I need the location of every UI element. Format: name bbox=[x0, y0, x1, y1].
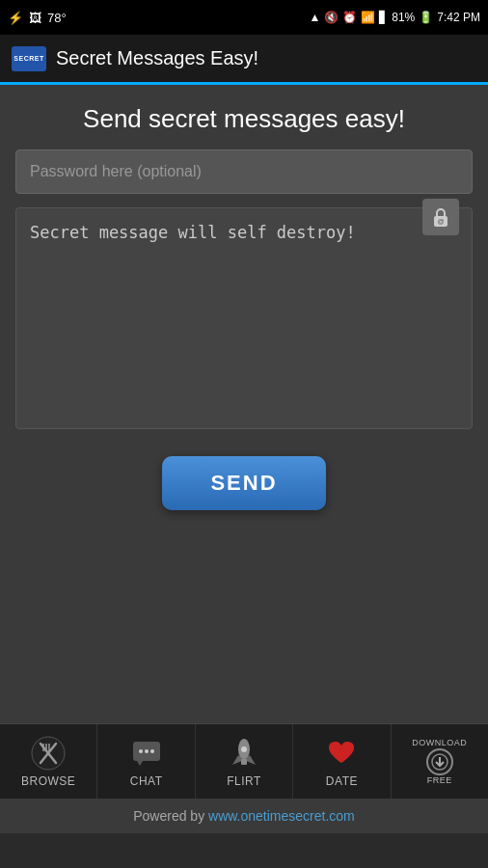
nav-download[interactable]: DOWNLOAD FREE bbox=[392, 724, 488, 799]
browse-label: BROWSE bbox=[21, 774, 75, 788]
bluetooth-icon: ▲ bbox=[309, 11, 320, 24]
nav-chat[interactable]: CHAT bbox=[97, 724, 195, 799]
headline-row: Send secret messages easy! @ bbox=[15, 104, 473, 134]
browse-icon bbox=[31, 736, 66, 771]
download-circle-icon bbox=[426, 748, 453, 775]
mute-icon: 🔇 bbox=[324, 11, 339, 24]
main-content: Send secret messages easy! @ Secret mess… bbox=[0, 85, 488, 723]
lock-icon[interactable]: @ bbox=[422, 199, 459, 235]
svg-point-9 bbox=[139, 749, 143, 753]
status-right: ▲ 🔇 ⏰ 📶 ▋ 81% 🔋 7:42 PM bbox=[309, 11, 480, 24]
usb-icon: ⚡ bbox=[8, 11, 23, 25]
download-top-label: DOWNLOAD bbox=[412, 738, 467, 748]
nav-browse[interactable]: BROWSE bbox=[0, 724, 97, 799]
status-bar: ⚡ 🖼 78° ▲ 🔇 ⏰ 📶 ▋ 81% 🔋 7:42 PM bbox=[0, 0, 488, 35]
svg-point-10 bbox=[145, 749, 149, 753]
powered-by-text: Powered by bbox=[133, 808, 208, 824]
send-button-container: SEND bbox=[15, 456, 473, 510]
download-free-label: FREE bbox=[427, 775, 452, 785]
svg-text:@: @ bbox=[437, 218, 444, 225]
battery-icon: 🔋 bbox=[419, 11, 433, 24]
download-badge: DOWNLOAD FREE bbox=[412, 738, 467, 785]
flirt-icon bbox=[227, 736, 261, 771]
time: 7:42 PM bbox=[437, 11, 480, 24]
download-arrow-icon bbox=[431, 753, 448, 771]
date-label: DATE bbox=[326, 774, 358, 788]
lock-svg: @ bbox=[430, 206, 451, 228]
image-icon: 🖼 bbox=[29, 11, 41, 25]
title-bar: SECRET Secret Messages Easy! bbox=[0, 35, 488, 85]
headline: Send secret messages easy! bbox=[15, 104, 473, 134]
signal-icon: ▋ bbox=[379, 11, 388, 24]
flirt-label: FLIRT bbox=[227, 774, 261, 788]
message-textarea[interactable]: Secret message will self destroy! bbox=[15, 207, 473, 429]
send-button[interactable]: SEND bbox=[162, 456, 326, 510]
nav-date[interactable]: DATE bbox=[293, 724, 391, 799]
svg-rect-17 bbox=[241, 759, 247, 765]
alarm-icon: ⏰ bbox=[342, 11, 357, 24]
status-left: ⚡ 🖼 78° bbox=[8, 11, 67, 25]
chat-label: CHAT bbox=[130, 774, 163, 788]
battery-level: 81% bbox=[392, 11, 415, 24]
logo-text: SECRET bbox=[14, 55, 43, 62]
wifi-icon: 📶 bbox=[361, 11, 375, 24]
svg-marker-12 bbox=[137, 761, 143, 766]
footer-link[interactable]: www.onetimesecret.com bbox=[208, 808, 355, 824]
date-icon bbox=[324, 736, 359, 771]
chat-icon bbox=[129, 736, 164, 771]
app-logo: SECRET bbox=[12, 46, 46, 71]
bottom-nav: BROWSE CHAT FLIRT DATE bbox=[0, 723, 488, 799]
password-input[interactable] bbox=[15, 149, 473, 194]
nav-flirt[interactable]: FLIRT bbox=[196, 724, 293, 799]
footer: Powered by www.onetimesecret.com bbox=[0, 799, 488, 833]
svg-point-11 bbox=[150, 749, 154, 753]
temperature: 78° bbox=[47, 11, 67, 25]
svg-point-16 bbox=[241, 746, 247, 752]
app-title: Secret Messages Easy! bbox=[56, 47, 258, 69]
